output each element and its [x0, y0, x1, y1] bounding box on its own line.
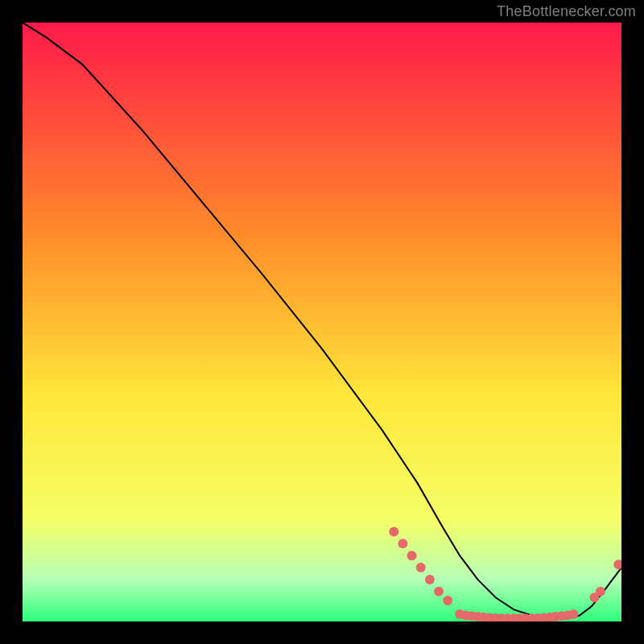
gradient-background: [23, 23, 621, 621]
data-point: [425, 575, 435, 584]
data-point: [389, 526, 398, 536]
chart-stage: TheBottlenecker.com: [0, 0, 644, 644]
data-point: [416, 563, 426, 572]
data-point: [596, 587, 605, 597]
data-point: [407, 551, 417, 560]
data-point: [568, 609, 578, 619]
watermark-text: TheBottlenecker.com: [497, 3, 636, 20]
data-point: [443, 596, 452, 605]
data-point: [398, 539, 407, 548]
plot-svg: [23, 23, 621, 621]
plot-area: [23, 23, 621, 621]
data-point: [434, 587, 444, 597]
